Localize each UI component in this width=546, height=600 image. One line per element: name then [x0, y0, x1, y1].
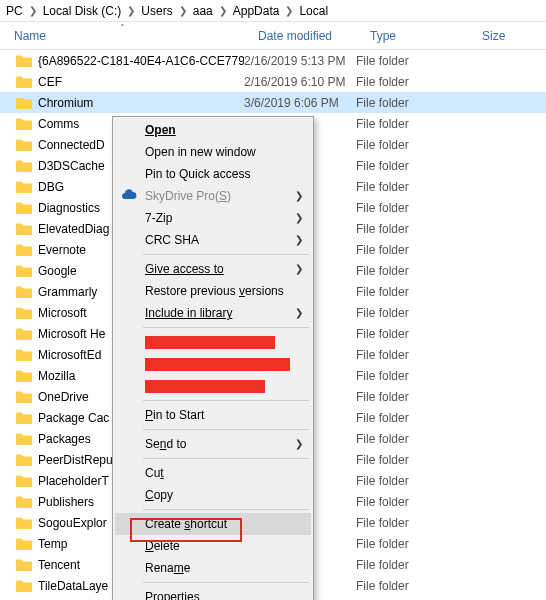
- breadcrumb-segment[interactable]: Local: [299, 4, 328, 18]
- ctx-open[interactable]: Open: [115, 119, 311, 141]
- folder-icon: [16, 453, 32, 466]
- folder-icon: [16, 537, 32, 550]
- folder-name: Google: [38, 264, 77, 278]
- breadcrumb[interactable]: PC ❯ Local Disk (C:) ❯ Users ❯ aaa ❯ App…: [0, 0, 546, 22]
- folder-name: DBG: [38, 180, 64, 194]
- ctx-restore-versions[interactable]: Restore previous versions: [115, 280, 311, 302]
- ctx-crc-sha[interactable]: CRC SHA❯: [115, 229, 311, 251]
- folder-icon: [16, 222, 32, 235]
- date-modified: 3/6/2019 6:06 PM: [244, 96, 356, 110]
- folder-icon: [16, 495, 32, 508]
- separator: [143, 400, 309, 401]
- folder-icon: [16, 390, 32, 403]
- separator: [143, 254, 309, 255]
- folder-name: OneDrive: [38, 390, 89, 404]
- ctx-properties[interactable]: Properties: [115, 586, 311, 600]
- folder-icon: [16, 138, 32, 151]
- file-type: File folder: [356, 432, 468, 446]
- folder-icon: [16, 327, 32, 340]
- file-type: File folder: [356, 117, 468, 131]
- file-type: File folder: [356, 180, 468, 194]
- column-header-name[interactable]: Name ˄: [0, 22, 244, 49]
- file-type: File folder: [356, 138, 468, 152]
- folder-name: MicrosoftEd: [38, 348, 101, 362]
- folder-icon: [16, 474, 32, 487]
- date-modified: 2/16/2019 5:13 PM: [244, 54, 356, 68]
- folder-icon: [16, 411, 32, 424]
- file-type: File folder: [356, 327, 468, 341]
- ctx-give-access[interactable]: Give access to❯: [115, 258, 311, 280]
- file-type: File folder: [356, 390, 468, 404]
- submenu-arrow-icon: ❯: [295, 234, 303, 245]
- ctx-include-library[interactable]: Include in library❯: [115, 302, 311, 324]
- folder-name: {6A896522-C181-40E4-A1C6-CCE7795E10...: [38, 54, 244, 68]
- separator: [143, 509, 309, 510]
- folder-icon: [16, 96, 32, 109]
- folder-name: CEF: [38, 75, 62, 89]
- ctx-rename[interactable]: Rename: [115, 557, 311, 579]
- breadcrumb-segment[interactable]: PC: [6, 4, 23, 18]
- separator: [143, 429, 309, 430]
- date-modified: 2/16/2019 6:10 PM: [244, 75, 356, 89]
- folder-icon: [16, 285, 32, 298]
- folder-name: Diagnostics: [38, 201, 100, 215]
- file-type: File folder: [356, 579, 468, 593]
- file-type: File folder: [356, 285, 468, 299]
- ctx-cut[interactable]: Cut: [115, 462, 311, 484]
- ctx-redacted[interactable]: [115, 331, 311, 353]
- chevron-right-icon[interactable]: ❯: [175, 5, 191, 16]
- ctx-copy[interactable]: Copy: [115, 484, 311, 506]
- folder-name: ConnectedD: [38, 138, 105, 152]
- ctx-pin-quick-access[interactable]: Pin to Quick access: [115, 163, 311, 185]
- ctx-7zip[interactable]: 7-Zip❯: [115, 207, 311, 229]
- file-type: File folder: [356, 306, 468, 320]
- folder-row[interactable]: CEF2/16/2019 6:10 PMFile folder: [0, 71, 546, 92]
- folder-name: SogouExplor: [38, 516, 107, 530]
- breadcrumb-segment[interactable]: AppData: [233, 4, 280, 18]
- folder-icon: [16, 579, 32, 592]
- file-type: File folder: [356, 495, 468, 509]
- folder-name: Temp: [38, 537, 67, 551]
- folder-name: Chromium: [38, 96, 93, 110]
- breadcrumb-segment[interactable]: Local Disk (C:): [43, 4, 122, 18]
- folder-icon: [16, 159, 32, 172]
- column-header-size[interactable]: Size: [468, 22, 538, 49]
- folder-name: ElevatedDiag: [38, 222, 109, 236]
- ctx-skydrive[interactable]: SkyDrive Pro(S) ❯: [115, 185, 311, 207]
- file-type: File folder: [356, 75, 468, 89]
- folder-icon: [16, 180, 32, 193]
- folder-name: Tencent: [38, 558, 80, 572]
- ctx-pin-start[interactable]: Pin to Start: [115, 404, 311, 426]
- folder-name: Mozilla: [38, 369, 75, 383]
- chevron-right-icon[interactable]: ❯: [123, 5, 139, 16]
- file-type: File folder: [356, 222, 468, 236]
- ctx-send-to[interactable]: Send to❯: [115, 433, 311, 455]
- folder-icon: [16, 516, 32, 529]
- column-header-type[interactable]: Type: [356, 22, 468, 49]
- file-type: File folder: [356, 201, 468, 215]
- ctx-redacted[interactable]: [115, 375, 311, 397]
- folder-name: Publishers: [38, 495, 94, 509]
- folder-name: PlaceholderT: [38, 474, 109, 488]
- file-type: File folder: [356, 474, 468, 488]
- folder-icon: [16, 432, 32, 445]
- chevron-right-icon[interactable]: ❯: [281, 5, 297, 16]
- folder-icon: [16, 243, 32, 256]
- folder-row[interactable]: {6A896522-C181-40E4-A1C6-CCE7795E10...2/…: [0, 50, 546, 71]
- ctx-redacted[interactable]: [115, 353, 311, 375]
- folder-icon: [16, 306, 32, 319]
- folder-name: Comms: [38, 117, 79, 131]
- separator: [143, 582, 309, 583]
- ctx-open-new-window[interactable]: Open in new window: [115, 141, 311, 163]
- folder-icon: [16, 54, 32, 67]
- folder-name: Microsoft: [38, 306, 87, 320]
- chevron-right-icon[interactable]: ❯: [215, 5, 231, 16]
- breadcrumb-segment[interactable]: aaa: [193, 4, 213, 18]
- sort-ascending-icon: ˄: [120, 23, 125, 33]
- folder-icon: [16, 75, 32, 88]
- breadcrumb-segment[interactable]: Users: [141, 4, 172, 18]
- chevron-right-icon[interactable]: ❯: [25, 5, 41, 16]
- column-header-date[interactable]: Date modified: [244, 22, 356, 49]
- folder-name: Grammarly: [38, 285, 97, 299]
- folder-row[interactable]: Chromium3/6/2019 6:06 PMFile folder: [0, 92, 546, 113]
